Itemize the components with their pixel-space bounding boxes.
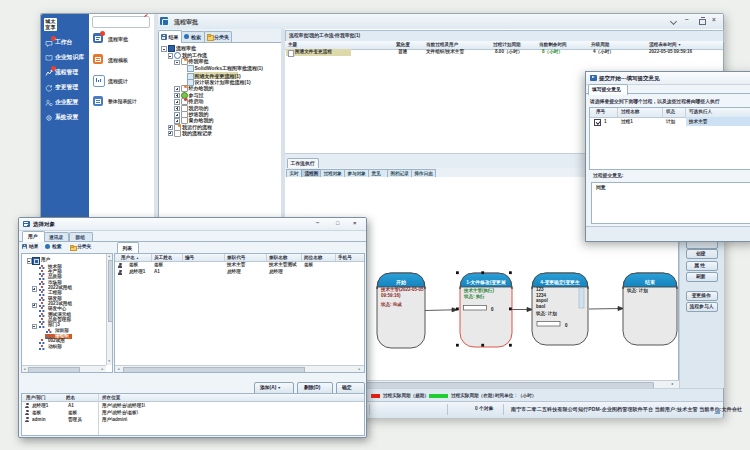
svg-text:1234: 1234 (536, 293, 547, 298)
svg-text:09:59:16): 09:59:16) (381, 293, 401, 298)
svg-text:技术主管(执行): 技术主管(执行) (463, 287, 494, 294)
svg-text:开始: 开始 (395, 279, 407, 286)
svg-text:aspol: aspol (536, 298, 548, 303)
svg-text:4-变更确定(变更生: 4-变更确定(变更生 (540, 279, 580, 286)
svg-text:baol: baol (536, 304, 545, 309)
svg-text:1-文件修改(变更展: 1-文件修改(变更展 (466, 279, 506, 286)
svg-text:123: 123 (536, 287, 544, 292)
svg-text:结束: 结束 (644, 279, 655, 286)
